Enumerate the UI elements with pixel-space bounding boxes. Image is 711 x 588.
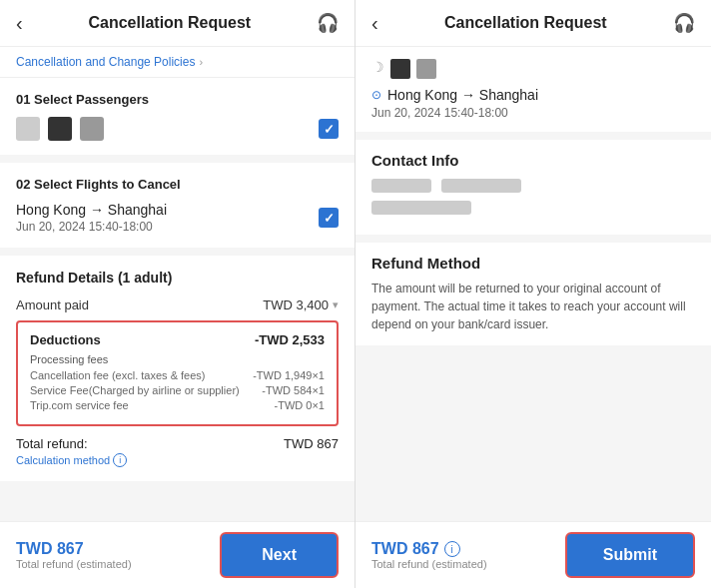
step1-section: 01 Select Passengers	[0, 78, 355, 155]
next-button[interactable]: Next	[220, 532, 339, 578]
total-refund-row: Total refund: TWD 867	[16, 436, 339, 451]
passenger-row	[16, 117, 339, 141]
right-headset-icon[interactable]: 🎧	[673, 12, 695, 34]
fee3-name: Trip.com service fee	[30, 399, 275, 411]
fee3-row: Trip.com service fee -TWD 0×1	[30, 399, 325, 411]
submit-button[interactable]: Submit	[565, 532, 695, 578]
right-content: ☽ ⊙ Hong Kong → Shanghai Jun 20, 2024 15…	[356, 47, 711, 521]
mini-avatar-dark	[390, 59, 410, 79]
trip-dot-icon: ⊙	[371, 88, 381, 102]
refund-method-title: Refund Method	[371, 255, 695, 272]
deductions-box: Deductions -TWD 2,533 Processing fees Ca…	[16, 320, 339, 426]
left-bottom-sublabel: Total refund (estimated)	[16, 558, 132, 570]
flight-select-row: Hong Kong → Shanghai Jun 20, 2024 15:40-…	[16, 202, 339, 234]
step2-label: 02 Select Flights to Cancel	[16, 177, 339, 192]
fee3-amount: -TWD 0×1	[275, 399, 325, 411]
processing-fees-label: Processing fees	[30, 353, 325, 365]
total-refund-amount: TWD 867	[284, 436, 339, 451]
deductions-header: Deductions -TWD 2,533	[30, 332, 325, 347]
flight-date: Jun 20, 2024 15:40-18:00	[16, 220, 167, 234]
fee1-amount: -TWD 1,949×1	[253, 369, 325, 381]
left-page-title: Cancellation Request	[88, 14, 251, 32]
flight-info: Hong Kong → Shanghai Jun 20, 2024 15:40-…	[16, 202, 167, 234]
left-content: 01 Select Passengers 02 Select Flights t…	[0, 78, 355, 521]
amount-paid-value: TWD 3,400 ▾	[263, 297, 339, 312]
refund-details-section: Refund Details (1 adult) Amount paid TWD…	[0, 256, 355, 481]
refund-details-title: Refund Details (1 adult)	[16, 270, 339, 286]
flight-checkbox[interactable]	[319, 208, 339, 228]
step2-section: 02 Select Flights to Cancel Hong Kong → …	[0, 163, 355, 248]
chevron-down-icon[interactable]: ▾	[333, 298, 339, 311]
contact-info-title: Contact Info	[371, 152, 695, 169]
left-back-button[interactable]: ‹	[16, 13, 23, 33]
left-screen: ‹ Cancellation Request 🎧 Cancellation an…	[0, 0, 356, 588]
step1-label: 01 Select Passengers	[16, 92, 339, 107]
contact-row-2	[371, 201, 695, 215]
calc-method-link[interactable]: Calculation method i	[16, 453, 339, 467]
right-bottom-sublabel: Total refund (estimated)	[371, 558, 487, 570]
left-header: ‹ Cancellation Request 🎧	[0, 0, 355, 47]
passenger-avatar-dark	[48, 117, 72, 141]
right-bottom-amount-row: TWD 867 i	[371, 540, 487, 558]
mini-avatar-gray	[416, 59, 436, 79]
right-bottom-amount: TWD 867	[371, 540, 439, 558]
calc-info-icon: i	[113, 453, 127, 467]
right-bottom-amount-group: TWD 867 i Total refund (estimated)	[371, 540, 487, 570]
refund-method-section: Refund Method The amount will be returne…	[356, 243, 711, 345]
fee2-amount: -TWD 584×1	[262, 384, 325, 396]
mini-avatars: ☽	[371, 59, 695, 79]
refund-method-description: The amount will be returned to your orig…	[371, 280, 695, 333]
breadcrumb[interactable]: Cancellation and Change Policies ›	[16, 55, 339, 69]
fee2-name: Service Fee(Charged by airline or suppli…	[30, 384, 262, 396]
right-page-title: Cancellation Request	[444, 14, 607, 32]
fee1-name: Cancellation fee (excl. taxes & fees)	[30, 369, 253, 381]
passenger-avatar-empty	[16, 117, 40, 141]
left-bottom-bar: TWD 867 Total refund (estimated) Next	[0, 521, 355, 588]
fee1-row: Cancellation fee (excl. taxes & fees) -T…	[30, 369, 325, 381]
contact-blurred-2	[441, 179, 521, 193]
deductions-label: Deductions	[30, 332, 101, 347]
contact-row-1	[371, 179, 695, 193]
amount-paid-label: Amount paid	[16, 297, 89, 312]
right-flight-date: Jun 20, 2024 15:40-18:00	[371, 106, 695, 120]
moon-icon: ☽	[371, 59, 384, 79]
passenger-avatar-gray	[80, 117, 104, 141]
right-bottom-bar: TWD 867 i Total refund (estimated) Submi…	[356, 521, 711, 588]
right-back-button[interactable]: ‹	[371, 13, 378, 33]
right-flight-route: ⊙ Hong Kong → Shanghai	[371, 87, 695, 103]
amount-paid-row: Amount paid TWD 3,400 ▾	[16, 297, 339, 312]
deductions-amount: -TWD 2,533	[255, 332, 325, 347]
breadcrumb-arrow-icon: ›	[199, 56, 203, 68]
left-bottom-amount-group: TWD 867 Total refund (estimated)	[16, 540, 132, 570]
flight-summary-card: ☽ ⊙ Hong Kong → Shanghai Jun 20, 2024 15…	[356, 47, 711, 132]
flight-route: Hong Kong → Shanghai	[16, 202, 167, 218]
contact-blurred-1	[371, 179, 431, 193]
contact-info-section: Contact Info	[356, 140, 711, 235]
contact-blurred-3	[371, 201, 471, 215]
left-headset-icon[interactable]: 🎧	[317, 12, 339, 34]
right-header: ‹ Cancellation Request 🎧	[356, 0, 711, 47]
passenger-checkbox[interactable]	[319, 119, 339, 139]
right-info-icon[interactable]: i	[444, 541, 460, 557]
fee2-row: Service Fee(Charged by airline or suppli…	[30, 384, 325, 396]
breadcrumb-bar: Cancellation and Change Policies ›	[0, 47, 355, 78]
total-refund-label: Total refund:	[16, 436, 88, 451]
left-bottom-amount: TWD 867	[16, 540, 132, 558]
right-screen: ‹ Cancellation Request 🎧 ☽ ⊙ Hong Kong →…	[356, 0, 711, 588]
